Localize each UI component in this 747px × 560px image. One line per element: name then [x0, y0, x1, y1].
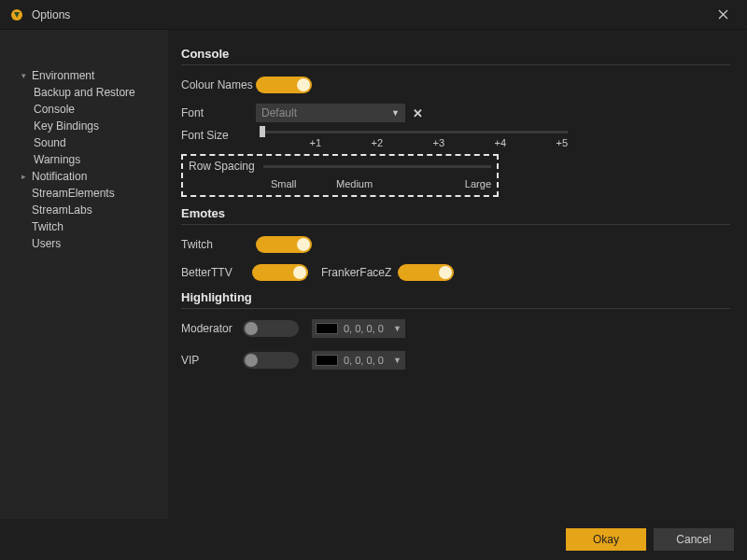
color-swatch-icon: [316, 355, 338, 366]
moderator-toggle[interactable]: [243, 320, 299, 337]
sidebar-item-backup-restore[interactable]: Backup and Restore: [0, 84, 168, 101]
row-spacing-slider[interactable]: [263, 165, 491, 168]
sidebar-item-environment[interactable]: ▾Environment: [0, 67, 168, 84]
chevron-right-icon: ▸: [17, 168, 30, 185]
emotes-betterttv-toggle[interactable]: [252, 264, 308, 281]
section-title-emotes: Emotes: [181, 206, 730, 220]
font-size-slider[interactable]: [260, 131, 568, 133]
emotes-twitch-toggle[interactable]: [256, 236, 312, 253]
sidebar: ▾Environment Backup and Restore Console …: [0, 30, 168, 519]
footer: Okay Cancel: [0, 519, 747, 560]
app-icon: [9, 7, 24, 22]
row-spacing-label: Row Spacing: [189, 160, 263, 173]
divider: [181, 308, 730, 309]
section-title-highlighting: Highlighting: [181, 290, 730, 304]
colour-names-toggle[interactable]: [256, 77, 312, 93]
caret-down-icon: ▼: [391, 108, 400, 118]
caret-down-icon: ▼: [393, 324, 402, 333]
cancel-button[interactable]: Cancel: [654, 528, 734, 551]
divider: [181, 224, 730, 225]
titlebar: Options: [0, 0, 747, 30]
sidebar-item-warnings[interactable]: Warnings: [0, 151, 168, 168]
vip-toggle[interactable]: [243, 352, 299, 369]
sidebar-item-sound[interactable]: Sound: [0, 134, 168, 151]
content-pane: Console Colour Names Font Default ▼ ✕ Fo…: [168, 30, 747, 519]
vip-color-picker[interactable]: 0, 0, 0, 0 ▼: [312, 351, 405, 370]
sidebar-item-streamlabs[interactable]: StreamLabs: [0, 202, 168, 218]
sidebar-item-console[interactable]: Console: [0, 101, 168, 118]
okay-button[interactable]: Okay: [566, 528, 646, 551]
moderator-color-picker[interactable]: 0, 0, 0, 0 ▼: [312, 319, 405, 338]
font-label: Font: [181, 106, 256, 119]
font-size-ticks: +1 +2 +3 +4 +5: [260, 137, 568, 148]
font-select[interactable]: Default ▼: [256, 104, 405, 122]
chevron-down-icon: ▾: [17, 67, 30, 84]
sidebar-item-key-bindings[interactable]: Key Bindings: [0, 118, 168, 134]
caret-down-icon: ▼: [393, 356, 402, 365]
moderator-label: Moderator: [181, 322, 243, 335]
section-title-console: Console: [181, 47, 730, 61]
emotes-ffz-label: FrankerFaceZ: [321, 266, 398, 279]
color-swatch-icon: [316, 323, 338, 334]
vip-label: VIP: [181, 354, 243, 367]
row-spacing-highlight: Row Spacing Small Medium Large: [181, 154, 499, 197]
colour-names-label: Colour Names: [181, 78, 256, 91]
sidebar-item-streamelements[interactable]: StreamElements: [0, 185, 168, 202]
font-size-label: Font Size: [181, 129, 256, 142]
divider: [181, 64, 730, 65]
sidebar-item-users[interactable]: Users: [0, 235, 168, 252]
sidebar-item-notification[interactable]: ▸Notification: [0, 168, 168, 185]
sidebar-item-twitch[interactable]: Twitch: [0, 218, 168, 235]
window-title: Options: [32, 8, 708, 21]
font-clear-button[interactable]: ✕: [409, 105, 426, 121]
emotes-twitch-label: Twitch: [181, 238, 256, 251]
emotes-betterttv-label: BetterTTV: [181, 266, 252, 279]
close-button[interactable]: [708, 0, 738, 30]
emotes-ffz-toggle[interactable]: [398, 264, 454, 281]
